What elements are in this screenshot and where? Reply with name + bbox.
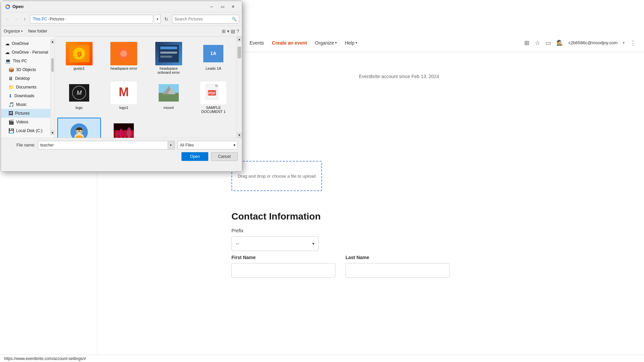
dialog-sidebar: ☁ OneDrive ☁ OneDrive - Personal 💻 This … [1, 37, 55, 138]
breadcrumb-pictures[interactable]: Pictures [50, 17, 64, 21]
nav-item-events[interactable]: Events [250, 40, 264, 46]
cancel-button[interactable]: Cancel [211, 152, 238, 161]
file-item-sample-doc[interactable]: PDF SAMPLE DOCUMENT 1 [192, 78, 235, 116]
file-item-logo[interactable]: M logo [57, 78, 101, 116]
status-bar: https://www.eventbrite.com/account-setti… [0, 355, 644, 362]
sidebar-music[interactable]: 🎵 Music [1, 100, 54, 109]
sidebar-scroll-down[interactable]: ▼ [51, 130, 54, 135]
file-item-headspace-error[interactable]: headspace error [102, 39, 146, 77]
sidebar-onedrive[interactable]: ☁ OneDrive [1, 39, 54, 48]
file-thumb-headspace-onboard [155, 42, 182, 65]
view-type-button[interactable]: ⊞ [222, 28, 226, 34]
prefix-label: Prefix [231, 228, 244, 233]
firstname-label: First Name [231, 255, 256, 260]
file-item-mount[interactable]: mount [147, 78, 191, 116]
file-item-ww2[interactable]: ww2 [102, 118, 146, 138]
open-button[interactable]: Open [181, 152, 208, 161]
firstname-input[interactable] [231, 263, 335, 278]
nav-create-event[interactable]: Create an event [272, 40, 307, 46]
sidebar-pictures[interactable]: 🖼 Pictures [1, 109, 54, 118]
nav-menu-icon[interactable]: ⋮ [630, 39, 636, 47]
files-scrollbar[interactable]: ▲ ▼ [236, 37, 242, 138]
footer-buttons: Open Cancel [5, 152, 238, 161]
file-thumb-teacher [66, 120, 93, 138]
view-dropdown-button[interactable]: ▾ [227, 28, 229, 34]
sidebar-local-disk[interactable]: 💾 Local Disk (C:) [1, 126, 54, 135]
up-button[interactable]: ↑ [21, 15, 29, 23]
sidebar-scroll-up[interactable]: ▲ [51, 39, 54, 44]
svg-point-43 [123, 130, 127, 138]
file-name-leads-1a: Leads 1A [206, 66, 221, 70]
dialog-toolbar-2: Organize ▾ New folder ⊞ ▾ ▤ ? [1, 26, 242, 37]
sidebar-this-pc[interactable]: 💻 This PC [1, 57, 54, 65]
sidebar-scrollbar[interactable]: ▲ ▼ [50, 39, 54, 135]
footer-filename-row: File name: ▾ All Files ▾ [5, 141, 238, 149]
lastname-input[interactable] [345, 263, 449, 278]
svg-text:g: g [77, 50, 81, 57]
file-item-leads-1a[interactable]: 1A Leads 1A [192, 39, 235, 77]
sidebar-videos[interactable]: 🎬 Videos [1, 118, 54, 126]
sidebar-downloads[interactable]: ⬇ Downloads [1, 92, 54, 100]
file-item-logo1[interactable]: M logo1 [102, 78, 146, 116]
nav-organize[interactable]: Organize▾ [315, 40, 337, 46]
file-name-dropdown[interactable]: ▾ [167, 141, 175, 149]
sidebar-3d-objects[interactable]: 📦 3D Objects [1, 65, 54, 74]
refresh-button[interactable]: ↻ [162, 15, 171, 23]
sidebar-documents[interactable]: 📁 Documents [1, 83, 54, 92]
music-icon: 🎵 [8, 102, 14, 107]
breadcrumb-this-pc[interactable]: This PC [33, 17, 47, 21]
svg-text:M: M [76, 89, 82, 96]
search-input[interactable] [174, 17, 230, 21]
file-name-logo1: logo1 [119, 106, 128, 110]
lastname-label: Last Name [345, 255, 369, 260]
maximize-button[interactable]: ▭ [218, 3, 227, 10]
file-thumb-headspace-error [110, 42, 137, 65]
file-thumb-logo: M [66, 81, 93, 105]
nav-dropdown-icon[interactable]: ▾ [623, 41, 625, 45]
breadcrumb-arrow-1: › [48, 17, 49, 21]
status-url: https://www.eventbrite.com/account-setti… [4, 356, 86, 361]
prefix-chevron-icon: ▾ [312, 241, 314, 246]
file-thumb-mount [155, 81, 182, 105]
dialog-toolbar: ← → ↑ This PC › Pictures › ▾ ↻ 🔍 [1, 12, 242, 26]
svg-point-8 [120, 50, 127, 57]
upload-area[interactable]: Drag and drop or choose a file to upload [231, 161, 322, 191]
sidebar-desktop[interactable]: 🖥 Desktop [1, 74, 54, 83]
svg-text:M: M [119, 85, 129, 99]
nav-help[interactable]: Help▾ [345, 40, 357, 46]
files-scrollbar-thumb [237, 47, 241, 58]
file-name-label: File name: [5, 143, 35, 147]
organize-button[interactable]: Organize ▾ [4, 29, 23, 34]
files-scroll-content: g gusto1 [55, 37, 242, 138]
file-thumb-gusto1: g [66, 42, 93, 65]
forward-button[interactable]: → [12, 15, 20, 23]
nav-incognito-icon: 🕵 [556, 40, 563, 46]
help-button[interactable]: ? [236, 28, 239, 34]
new-folder-button[interactable]: New folder [28, 29, 47, 34]
onedrive-icon: ☁ [5, 41, 10, 46]
file-name-input[interactable] [38, 141, 175, 149]
file-item-gusto1[interactable]: g gusto1 [57, 39, 101, 77]
sidebar-onedrive-personal[interactable]: ☁ OneDrive - Personal [1, 48, 54, 57]
breadcrumb-dropdown[interactable]: ▾ [155, 15, 161, 23]
nav-star-icon[interactable]: ☆ [535, 39, 540, 47]
files-scroll-up[interactable]: ▲ [237, 37, 242, 42]
nav-user-email[interactable]: c2b6586c@moodjoy.com [569, 40, 618, 45]
file-open-dialog: Open ─ ▭ ✕ ← → ↑ This PC › Pictures › ▾ … [1, 1, 242, 172]
desktop-icon: 🖥 [8, 76, 13, 81]
file-item-teacher[interactable]: teacher [57, 118, 101, 138]
search-box[interactable]: 🔍 [172, 15, 239, 23]
3d-objects-icon: 📦 [8, 67, 14, 72]
details-pane-button[interactable]: ▤ [231, 28, 235, 34]
prefix-select[interactable]: -- ▾ [231, 236, 319, 251]
pictures-icon: 🖼 [8, 111, 13, 116]
files-scroll-down[interactable]: ▼ [237, 132, 242, 138]
file-item-headspace-onboard[interactable]: headspace onboard error [147, 39, 191, 77]
file-name-headspace-onboard: headspace onboard error [154, 66, 184, 74]
back-button[interactable]: ← [4, 15, 11, 23]
minimize-button[interactable]: ─ [207, 3, 216, 10]
close-button[interactable]: ✕ [228, 3, 238, 10]
onedrive-personal-icon: ☁ [5, 50, 10, 55]
file-name-sample-doc: SAMPLE DOCUMENT 1 [198, 106, 228, 114]
file-type-dropdown[interactable]: All Files ▾ [177, 141, 238, 149]
